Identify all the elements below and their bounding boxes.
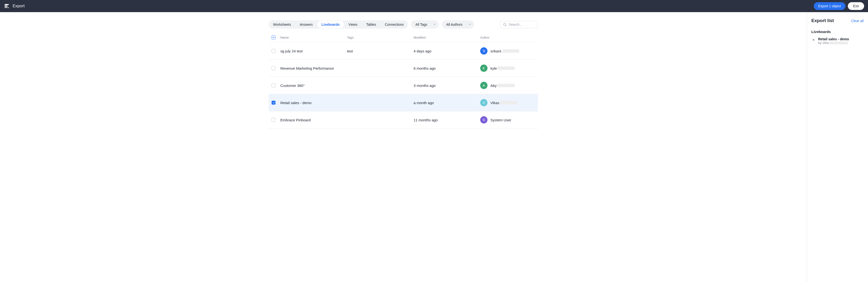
row-name: Revenue Marketing Performance — [280, 66, 347, 70]
row-checkbox[interactable] — [272, 101, 276, 105]
avatar: S — [480, 116, 488, 124]
column-header-tags[interactable]: Tags — [347, 36, 413, 39]
tab-views[interactable]: Views — [344, 21, 362, 29]
tab-tables[interactable]: Tables — [362, 21, 380, 29]
svg-point-3 — [8, 7, 9, 8]
chevron-down-icon — [433, 23, 436, 27]
main-content: WorksheetsAnswersLiveboardsViewsTablesCo… — [0, 12, 807, 282]
app-logo — [4, 3, 10, 9]
table-header: Name Tags Modified Author — [269, 35, 538, 42]
row-modified: 3 months ago — [413, 83, 480, 87]
row-checkbox[interactable] — [272, 83, 276, 87]
toolbar: WorksheetsAnswersLiveboardsViewsTablesCo… — [269, 21, 538, 29]
row-author: Kkyle — [480, 65, 535, 72]
row-name: Embrace Pinboard — [280, 118, 347, 122]
author-name: Aby — [490, 83, 515, 87]
export-sidebar: Export list Clear all Liveboards Retail … — [807, 12, 868, 282]
table-body: sg july 24 testtest4 days agoSsrikant.Re… — [269, 42, 538, 129]
close-icon — [812, 39, 815, 41]
redacted-text — [497, 84, 515, 87]
clear-all-link[interactable]: Clear all — [851, 19, 864, 23]
row-author: Ssrikant. — [480, 47, 535, 55]
avatar: V — [480, 99, 488, 106]
redacted-text — [829, 41, 848, 44]
column-header-name[interactable]: Name — [280, 36, 347, 39]
tags-filter[interactable]: All Tags — [411, 21, 439, 29]
row-name: sg july 24 test — [280, 49, 347, 53]
column-header-author[interactable]: Author — [480, 36, 535, 39]
author-name: System User — [490, 118, 511, 122]
search-input[interactable] — [509, 23, 535, 27]
table-row[interactable]: Embrace Pinboard11 months agoSSystem Use… — [269, 111, 538, 129]
select-all-checkbox[interactable] — [272, 35, 276, 39]
row-name: Customer 360° — [280, 83, 347, 87]
logo-icon — [4, 3, 9, 9]
row-modified: 4 days ago — [413, 49, 480, 53]
redacted-text — [497, 67, 515, 70]
export-item-author: by Vika — [818, 41, 849, 45]
export-items-list: Retail sales - demoby Vika — [811, 37, 864, 45]
row-checkbox[interactable] — [272, 49, 276, 53]
top-bar: Export Export 1 object Exit — [0, 0, 868, 12]
column-header-modified[interactable]: Modified — [413, 36, 480, 39]
export-item-title: Retail sales - demo — [818, 37, 849, 41]
page-title: Export — [13, 4, 25, 8]
export-item: Retail sales - demoby Vika — [811, 37, 864, 45]
row-modified: 11 months ago — [413, 118, 480, 122]
svg-line-5 — [505, 25, 506, 26]
row-checkbox[interactable] — [272, 66, 276, 70]
avatar: S — [480, 47, 488, 55]
redacted-text — [502, 49, 519, 52]
tab-answers[interactable]: Answers — [296, 21, 317, 29]
redacted-text — [500, 101, 517, 104]
tags-filter-label: All Tags — [415, 23, 427, 27]
table-row[interactable]: Customer 360°3 months agoAAby — [269, 77, 538, 94]
search-box[interactable] — [500, 21, 538, 28]
type-tabs: WorksheetsAnswersLiveboardsViewsTablesCo… — [269, 21, 408, 29]
author-name: srikant. — [490, 49, 519, 53]
avatar: K — [480, 65, 488, 72]
avatar: A — [480, 82, 488, 89]
author-name: Vikas — [490, 101, 517, 105]
table-row[interactable]: Revenue Marketing Performance6 months ag… — [269, 60, 538, 77]
row-author: VVikas — [480, 99, 535, 106]
row-checkbox[interactable] — [272, 118, 276, 122]
remove-item-button[interactable] — [811, 38, 816, 42]
row-modified: 6 months ago — [413, 66, 480, 70]
chevron-down-icon — [468, 23, 471, 27]
search-icon — [503, 23, 507, 27]
row-tags: test — [347, 49, 413, 53]
tab-connections[interactable]: Connections — [380, 21, 408, 29]
tab-liveboards[interactable]: Liveboards — [317, 21, 344, 29]
row-author: AAby — [480, 82, 535, 89]
export-button[interactable]: Export 1 object — [814, 2, 845, 10]
row-name: Retail sales - demo — [280, 101, 347, 105]
authors-filter[interactable]: All Authors — [442, 21, 474, 29]
sidebar-title: Export list — [811, 18, 834, 23]
svg-rect-2 — [5, 4, 9, 5]
table-row[interactable]: sg july 24 testtest4 days agoSsrikant. — [269, 42, 538, 60]
row-modified: a month ago — [413, 101, 480, 105]
table-row[interactable]: Retail sales - demoa month agoVVikas — [269, 94, 538, 111]
row-author: SSystem User — [480, 116, 535, 124]
authors-filter-label: All Authors — [446, 23, 462, 27]
author-name: kyle — [490, 66, 515, 70]
sidebar-section-title: Liveboards — [811, 30, 864, 34]
tab-worksheets[interactable]: Worksheets — [269, 21, 296, 29]
exit-button[interactable]: Exit — [848, 2, 864, 10]
